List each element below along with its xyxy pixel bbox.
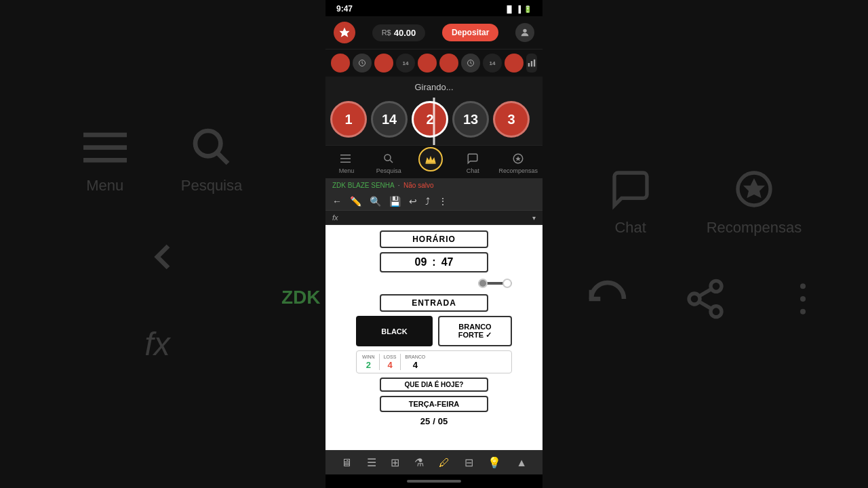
bg-more-icon — [781, 277, 825, 321]
tool-chevron-up[interactable]: ▲ — [516, 457, 527, 469]
game-icon-6[interactable] — [461, 54, 480, 73]
toolbar-pencil[interactable]: ✏️ — [350, 196, 361, 207]
nav-pesquisa[interactable]: Pesquisa — [372, 151, 405, 174]
roulette-center-line — [433, 98, 435, 145]
top-bar: R$ 40.00 Depositar — [326, 16, 542, 49]
tool-table[interactable]: ⊟ — [465, 456, 473, 469]
toolbar-more[interactable]: ⋮ — [438, 196, 448, 207]
svg-marker-28 — [426, 156, 436, 163]
nav-chat-label: Chat — [467, 167, 479, 174]
spinning-label: Girando... — [326, 82, 542, 92]
game-icon-2[interactable] — [374, 54, 393, 73]
time-box: 09 : 47 — [380, 252, 488, 272]
background-right: Chat Recompensas — [542, 0, 868, 488]
toolbar-share[interactable]: ⤴ — [425, 196, 430, 207]
game-icon-3[interactable]: 14 — [396, 54, 415, 73]
currency-label: R$ — [382, 28, 391, 37]
tool-monitor[interactable]: 🖥 — [341, 457, 352, 469]
bg-undo-icon — [586, 277, 629, 321]
black-button[interactable]: BLACK — [356, 316, 433, 346]
loss-label: LOSS — [384, 354, 397, 359]
branco-value: 4 — [413, 360, 418, 370]
bg-share-icon — [684, 277, 727, 321]
nav-menu[interactable]: Menu — [330, 151, 363, 174]
toolbar-save[interactable]: 💾 — [389, 196, 401, 207]
branco-label: BRANCO — [405, 354, 425, 359]
win-value: 2 — [366, 360, 371, 370]
deposit-button[interactable]: Depositar — [442, 24, 498, 41]
svg-line-27 — [390, 160, 393, 163]
nav-pesquisa-label: Pesquisa — [376, 167, 401, 174]
bottom-toolbar: 🖥 ☰ ⊞ ⚗ 🖊 ⊟ 💡 ▲ — [326, 450, 542, 474]
slider-area[interactable] — [356, 277, 512, 290]
status-icons: ▐▌ ▐ 🔋 — [505, 5, 532, 13]
tool-list[interactable]: ☰ — [367, 456, 376, 469]
bg-fx-icon: fx — [141, 319, 184, 363]
toolbar-back[interactable]: ← — [332, 196, 342, 207]
game-icon-7[interactable]: 14 — [483, 54, 502, 73]
game-icon-1[interactable] — [353, 54, 372, 73]
chat-nav-icon — [465, 151, 480, 166]
game-icon-5[interactable] — [439, 54, 458, 73]
nav-recompensas[interactable]: Recompensas — [498, 151, 538, 174]
branco-button[interactable]: BRANCO FORTE ✓ — [438, 316, 512, 346]
sheet-name: ZDK BLAZE SENHA — [332, 182, 394, 189]
bg-back-icon — [141, 235, 184, 279]
tool-bulb[interactable]: 💡 — [488, 456, 501, 469]
game-icon-8[interactable] — [505, 54, 524, 73]
svg-point-15 — [800, 309, 806, 314]
menu-nav-icon — [339, 151, 354, 166]
sheet-main: HORÁRIO 09 : 47 ENTRADA — [326, 225, 542, 450]
svg-line-4 — [218, 153, 228, 163]
home-bar — [407, 480, 461, 483]
bg-menu-label: Menu — [86, 177, 123, 195]
rewards-nav-icon — [511, 151, 526, 166]
toolbar-undo[interactable]: ↩ — [409, 196, 417, 207]
user-avatar[interactable] — [515, 23, 534, 42]
game-icon-4[interactable] — [418, 54, 437, 73]
roulette-item-0: 1 — [330, 101, 367, 138]
sheet-title-bar: ZDK BLAZE SENHA · Não salvo — [326, 178, 542, 192]
roulette-row: 1 14 2 13 3 — [326, 98, 542, 145]
que-dia-box: QUE DIA É HOJE? — [380, 378, 488, 392]
nav-chat[interactable]: Chat — [456, 151, 489, 174]
tool-filter[interactable]: ⚗ — [414, 456, 424, 469]
nav-bar: Menu Pesquisa Chat Recompensas — [326, 145, 542, 178]
bg-chat-icon: Chat — [609, 167, 652, 237]
tool-grid[interactable]: ⊞ — [391, 456, 399, 469]
bg-rewards-label: Recompensas — [707, 219, 802, 237]
chart-icon-button[interactable] — [526, 54, 537, 73]
search-nav-icon — [381, 151, 396, 166]
svg-point-8 — [711, 281, 722, 291]
svg-rect-2 — [83, 158, 127, 163]
nav-recompensas-label: Recompensas — [498, 167, 538, 174]
roulette-item-2: 2 — [412, 101, 448, 138]
svg-rect-22 — [534, 60, 535, 67]
date-row: 25 / 05 — [420, 416, 448, 426]
toolbar-search[interactable]: 🔍 — [370, 196, 381, 207]
logo — [334, 22, 355, 43]
svg-rect-21 — [531, 61, 532, 66]
stat-loss: LOSS 4 — [384, 354, 397, 370]
svg-marker-16 — [340, 28, 350, 37]
bg-menu-icon: Menu — [83, 125, 127, 195]
stat-win: WINN 2 — [362, 354, 375, 370]
svg-point-10 — [711, 306, 722, 317]
sheet-toolbar: ← ✏️ 🔍 💾 ↩ ⤴ ⋮ — [326, 192, 542, 211]
phone-container: 9:47 ▐▌ ▐ 🔋 R$ 40.00 Depositar 14 1 — [326, 0, 542, 488]
game-icon-0[interactable] — [331, 54, 350, 73]
svg-point-17 — [523, 29, 526, 33]
horario-box: HORÁRIO — [380, 230, 488, 248]
roulette-item-1: 14 — [371, 101, 408, 138]
svg-point-9 — [689, 293, 700, 304]
sheet-grid: HORÁRIO 09 : 47 ENTRADA — [326, 225, 542, 450]
background-left: Menu Pesquisa fx — [0, 0, 326, 488]
roulette-item-4: 3 — [493, 101, 530, 138]
sheet-save-status: Não salvo — [403, 182, 433, 189]
nav-home[interactable] — [414, 154, 447, 171]
sheet-title: ZDK BLAZE SENHA · Não salvo — [332, 182, 434, 189]
tool-highlight[interactable]: 🖊 — [439, 457, 450, 469]
formula-dropdown[interactable]: ▾ — [532, 214, 536, 222]
date-month: 05 — [438, 416, 448, 426]
spinning-section: Girando... 1 14 2 13 3 — [326, 77, 542, 145]
